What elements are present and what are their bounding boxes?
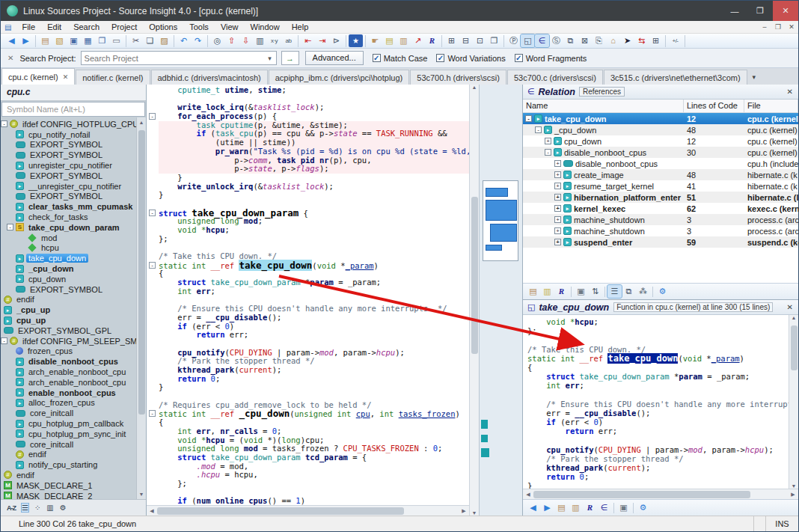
tree-item[interactable]: #endif <box>1 450 136 460</box>
code-line[interactable]: cputime_t utime, stime; <box>159 86 469 95</box>
code-line[interactable]: /* Take this CPU down. */ <box>527 345 789 354</box>
code-line[interactable]: }; <box>527 326 789 335</box>
save-as-icon[interactable]: ▦ <box>81 34 95 47</box>
child-restore-icon[interactable]: ❐ <box>771 23 785 31</box>
editor-hscrollbar[interactable]: ◀ ▶ <box>147 505 469 516</box>
code-line[interactable]: { <box>527 363 789 372</box>
code-line[interactable] <box>527 335 789 344</box>
print-icon[interactable]: ▭ <box>109 34 123 47</box>
tree-item[interactable]: ▸check_for_tasks <box>1 212 136 222</box>
help-doc-icon[interactable]: ▤ <box>382 34 397 47</box>
new-file-icon[interactable]: ▤ <box>38 34 52 47</box>
hscroll-right-icon[interactable]: ▶ <box>459 506 469 516</box>
relation-row[interactable]: +▸cpu_down12cpu.c (kernel) <box>523 135 798 147</box>
minimize-button[interactable]: — <box>722 1 747 21</box>
code-line[interactable]: void *hcpu; <box>159 226 469 235</box>
checkbox-match-case[interactable]: ✓Match Case <box>373 54 428 63</box>
tree-expand-icon[interactable]: - <box>7 224 13 230</box>
tree-item[interactable]: ▸__unregister_cpu_notifier <box>1 181 136 192</box>
menu-window[interactable]: Window <box>245 22 286 31</box>
tree-item[interactable]: ▸cpu_down <box>1 274 136 284</box>
clip-window-icon[interactable]: ⧉ <box>563 34 578 47</box>
tree-item[interactable]: ▸_cpu_down <box>1 263 136 274</box>
r-project-icon[interactable]: R <box>425 34 439 47</box>
code-line[interactable]: if (num_online_cpus() == 1) <box>159 497 469 505</box>
r-icon[interactable]: R <box>583 501 597 514</box>
tree-item[interactable]: ▸enable_nonboot_cpus <box>1 388 136 398</box>
prev-link-icon[interactable]: ⇤ <box>301 34 315 47</box>
settings-icon[interactable]: ⚙ <box>60 504 67 512</box>
tree-item[interactable]: #endif <box>1 295 136 305</box>
replace-files-icon[interactable]: ab <box>281 34 296 47</box>
cascade-windows-icon[interactable]: ❐ <box>487 34 501 47</box>
ctx-hscroll-right-icon[interactable]: ▶ <box>788 489 798 499</box>
relation-row[interactable]: +▸create_image48hibernate.c (k <box>523 169 798 180</box>
relation-window-icon[interactable]: ∈ <box>535 34 549 47</box>
search-backward-icon[interactable]: ⇩ <box>239 34 253 47</box>
split-grid-icon[interactable]: ⊞ <box>444 34 459 47</box>
scroll-up-icon[interactable]: ▲ <box>139 117 144 127</box>
tab-overflow-icon[interactable]: ▾ <box>753 73 756 81</box>
search-combo[interactable]: ▾ <box>81 51 277 65</box>
relation-column-header[interactable]: Lines of Code <box>684 100 744 112</box>
outline-view-icon[interactable]: ☰ <box>607 285 622 298</box>
menu-options[interactable]: Options <box>143 22 183 31</box>
relation-expand-icon[interactable]: + <box>554 216 561 223</box>
fold-icon[interactable]: - <box>149 113 156 120</box>
lock-icon[interactable]: ▣ <box>616 501 631 514</box>
context-hscrollbar[interactable]: ◀ ▶ <box>523 489 798 499</box>
save-all-icon[interactable]: ❐ <box>95 34 109 47</box>
sort-az-icon[interactable]: A-Z <box>7 504 16 512</box>
code-line[interactable]: }; <box>159 235 469 244</box>
book-icon[interactable]: ▥ <box>46 504 53 512</box>
tree-item[interactable]: -Stake_cpu_down_param <box>1 222 136 233</box>
menu-edit[interactable]: Edit <box>41 22 67 31</box>
relation-expand-icon[interactable]: + <box>554 227 561 234</box>
grid-icon[interactable]: ⊞ <box>649 34 663 47</box>
code-line[interactable]: /* Ensure this CPU doesn't handle any mo… <box>527 400 789 409</box>
menu-help[interactable]: Help <box>286 22 315 31</box>
home-icon[interactable]: ⌂ <box>606 34 620 47</box>
tree-item[interactable]: hcpu <box>1 243 136 254</box>
tree-item[interactable]: -#ifdef CONFIG_HOTPLUG_CPU <box>1 119 136 129</box>
menu-tools[interactable]: Tools <box>183 22 215 31</box>
relation-expand-icon[interactable]: + <box>545 138 551 144</box>
save-icon[interactable]: ▣ <box>67 34 81 47</box>
tree-item[interactable]: ▸cpu_up <box>1 315 136 325</box>
code-line[interactable]: return err; <box>159 331 469 340</box>
split-horizontal-icon[interactable]: ⊡ <box>473 34 487 47</box>
relation-row[interactable]: +▸machine_shutdown3process.c (arc <box>523 214 798 225</box>
tree-item[interactable]: ▸notify_cpu_starting <box>1 459 136 470</box>
code-line[interactable]: err = __cpu_disable(); <box>527 409 789 418</box>
relation-expand-icon[interactable]: + <box>554 171 561 178</box>
relation-row[interactable]: +disable_nonboot_cpuscpu.h (include <box>523 158 798 169</box>
tree-item[interactable]: ▸take_cpu_down <box>1 253 136 263</box>
tree-item[interactable]: core_initcall <box>1 439 136 450</box>
tree-item[interactable]: core_initcall <box>1 408 136 418</box>
books-icon[interactable]: ▥ <box>397 34 411 47</box>
replace-icon[interactable]: x·y <box>267 34 281 47</box>
editor-vscrollbar[interactable]: ▲ ▼ <box>469 85 479 516</box>
macro-icon[interactable]: ➤ <box>620 34 634 47</box>
forward-icon[interactable]: ▶ <box>540 501 554 514</box>
tree-item[interactable]: #endif <box>1 470 136 480</box>
code-line[interactable]: if (err < 0) <box>527 418 789 426</box>
code-line[interactable]: } <box>527 481 789 489</box>
tree-item[interactable]: EXPORT_SYMBOL <box>1 171 136 181</box>
file-tab[interactable]: acpiphp_ibm.c (drivers\pci\hotplug) <box>269 70 410 85</box>
tree-item[interactable]: EXPORT_SYMBOL <box>1 284 136 295</box>
outline-view-icon[interactable]: ☰ <box>22 504 28 512</box>
tree-item[interactable]: ▸arch_enable_nonboot_cpu <box>1 377 136 388</box>
tab-close-icon[interactable]: ✕ <box>63 73 69 81</box>
tree-item[interactable]: -#ifdef CONFIG_PM_SLEEP_SMP <box>1 336 136 346</box>
fold-icon[interactable]: - <box>149 210 156 216</box>
code-line[interactable]: void *hcpu; <box>527 317 789 326</box>
search-bar-close-icon[interactable]: ✕ <box>7 54 13 62</box>
close-button[interactable]: ✕ <box>773 1 798 21</box>
code-editor[interactable]: cputime_t utime, stime; write_lock_irq(&… <box>147 85 469 516</box>
tree-item[interactable]: ▸disable_nonboot_cpus <box>1 356 136 367</box>
relation-column-header[interactable]: File <box>744 100 798 112</box>
relation-expand-icon[interactable]: - <box>535 126 542 133</box>
tree-item[interactable]: ▸clear_tasks_mm_cpumask <box>1 201 136 212</box>
p-view-icon[interactable]: Ⓟ <box>506 34 521 47</box>
